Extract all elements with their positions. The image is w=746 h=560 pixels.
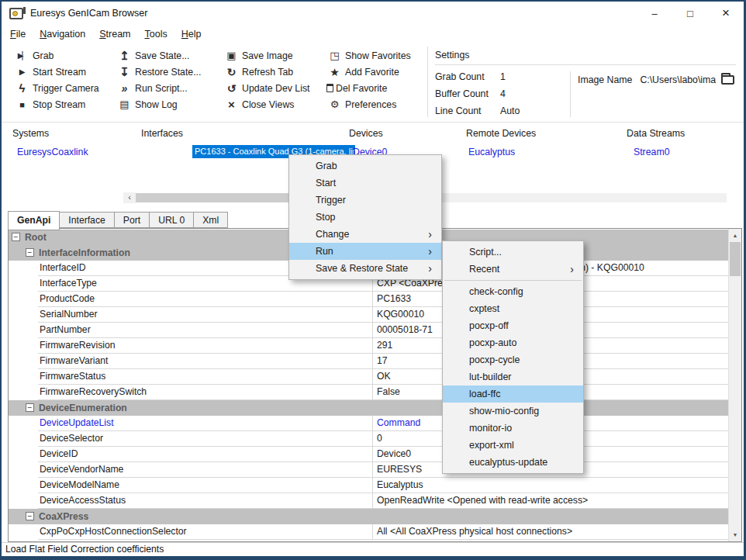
collapse-icon[interactable]: − — [12, 233, 20, 241]
run-submenu-script[interactable]: Script... — [443, 244, 583, 261]
run-submenu-eucalyptus-update[interactable]: eucalyptus-update — [443, 454, 583, 471]
run-submenu-cxptest[interactable]: cxptest — [443, 300, 583, 317]
toolbar-label-run-script: Run Script... — [135, 83, 188, 94]
run-submenu-load-ffc[interactable]: load-ffc — [443, 385, 583, 403]
maximize-button[interactable]: □ — [672, 2, 708, 25]
toolbar-trigger-camera[interactable]: ϟTrigger Camera — [14, 80, 99, 96]
toolbar-label-stop-stream: Stop Stream — [33, 99, 85, 110]
toolbar-stop-stream[interactable]: ■Stop Stream — [14, 96, 99, 112]
tab-url-0[interactable]: URL 0 — [149, 212, 194, 228]
download-icon: ↧ — [116, 65, 133, 79]
close-button[interactable]: × — [708, 2, 744, 25]
tree-row-deviceupdatelist[interactable]: DeviceUpdateListCommand — [9, 416, 728, 431]
group-label: DeviceEnumeration — [39, 400, 127, 416]
context-menu-start[interactable]: Start — [289, 175, 441, 192]
prop-label: DeviceAccessStatus — [40, 493, 126, 508]
minimize-button[interactable]: – — [637, 2, 672, 25]
panel-item-systems[interactable]: EuresysCoaxlink — [17, 147, 88, 157]
toolbar-del-favorite[interactable]: Del Favorite — [326, 80, 411, 96]
vertical-scrollbar[interactable]: ▲ ▼ — [728, 229, 741, 541]
menu-file[interactable]: File — [3, 26, 33, 42]
column-divider — [372, 431, 373, 446]
toolbar-run-script[interactable]: »Run Script... — [116, 80, 201, 96]
vscroll-thumb[interactable] — [730, 242, 741, 276]
toolbar-label-save-state: Save State... — [135, 50, 189, 61]
line-count-value[interactable]: Auto — [500, 105, 520, 123]
context-menu-run[interactable]: Run› — [289, 243, 441, 260]
toolbar-update-dev-list[interactable]: ↺Update Dev List — [223, 80, 310, 96]
run-submenu-monitor-io[interactable]: monitor-io — [443, 420, 583, 437]
prop-label: CxpPoCxpHostConnectionSelector — [40, 524, 187, 539]
context-menu-save-restore-state[interactable]: Save & Restore State› — [289, 260, 441, 277]
scroll-down-icon[interactable]: ▼ — [729, 528, 741, 541]
tree-row-productcode[interactable]: ProductCodePC1633 — [9, 292, 728, 307]
close-views-icon: × — [223, 98, 240, 111]
panel-item-data-streams[interactable]: Stream0 — [634, 147, 669, 157]
toolbar-show-favorites[interactable]: ◳Show Favorites — [326, 47, 411, 64]
tree-row-firmwarestatus[interactable]: FirmwareStatusOK — [9, 369, 728, 385]
run-submenu-recent[interactable]: Recent› — [443, 261, 583, 278]
collapse-icon[interactable]: − — [26, 512, 34, 520]
folder-icon[interactable] — [721, 75, 734, 85]
run-submenu-pocxp-off[interactable]: pocxp-off — [443, 317, 583, 334]
tree-row-firmwarerevision[interactable]: FirmwareRevision291 — [9, 338, 728, 354]
context-menu-trigger[interactable]: Trigger — [289, 192, 441, 209]
tab-interface[interactable]: Interface — [59, 212, 114, 228]
toolbar-start-stream[interactable]: ▶Start Stream — [14, 64, 99, 80]
tab-port[interactable]: Port — [114, 212, 150, 228]
tree-row-deviceaccessstatus[interactable]: DeviceAccessStatusOpenReadWrite <Opened … — [9, 493, 728, 509]
toolbar-save-state[interactable]: ↥Save State... — [116, 47, 201, 64]
image-name-value[interactable]: C:\Users\labo\ima — [640, 74, 716, 85]
context-menu-stop[interactable]: Stop — [289, 209, 441, 226]
run-submenu-pocxp-cycle[interactable]: pocxp-cycle — [443, 351, 583, 368]
menu-stream[interactable]: Stream — [92, 26, 137, 42]
tree-row-cxppocxphostconnectionselector[interactable]: CxpPoCxpHostConnectionSelectorAll <All C… — [9, 524, 728, 540]
column-divider — [372, 369, 373, 384]
toolbar-preferences[interactable]: ⚙Preferences — [326, 96, 411, 112]
menu-bar: FileNavigationStreamToolsHelp — [2, 25, 744, 43]
tree-row-firmwarerecoveryswitch[interactable]: FirmwareRecoverySwitchFalse — [9, 385, 728, 400]
tab-genapi[interactable]: GenApi — [8, 211, 60, 230]
tab-xml[interactable]: Xml — [193, 212, 228, 228]
run-submenu-check-config[interactable]: check-config — [443, 283, 583, 300]
toolbar-save-image[interactable]: ▣Save Image — [223, 47, 310, 64]
collapse-icon[interactable]: − — [26, 403, 34, 412]
toolbar-close-views[interactable]: ×Close Views — [223, 96, 310, 112]
context-menu-grab[interactable]: Grab — [289, 157, 441, 175]
toolbar-refresh-tab[interactable]: ↻Refresh Tab — [223, 64, 310, 80]
grab-count-value[interactable]: 1 — [500, 71, 506, 88]
hscroll-left-button[interactable]: ‹ — [123, 192, 136, 203]
tree-row-deviceid[interactable]: DeviceIDDevice0 — [9, 447, 728, 462]
panel-header-systems: Systems — [12, 128, 49, 139]
toolbar-label-restore-state: Restore State... — [135, 67, 201, 78]
panel-header-devices: Devices — [349, 128, 383, 139]
prop-value: 291 — [377, 338, 392, 353]
prop-label: DeviceVendorName — [40, 462, 123, 477]
buffer-count-value[interactable]: 4 — [500, 88, 506, 105]
tree-row-partnumber[interactable]: PartNumber00005018-71 — [9, 323, 728, 338]
context-menu-change[interactable]: Change› — [289, 226, 441, 243]
menu-navigation[interactable]: Navigation — [33, 26, 92, 42]
tree-group-coaxpress[interactable]: −CoaXPress — [9, 509, 728, 524]
tree-row-devicemodelname[interactable]: DeviceModelNameEucalyptus — [9, 478, 728, 493]
tree-row-deviceselector[interactable]: DeviceSelector0 — [9, 431, 728, 447]
run-submenu-pocxp-auto[interactable]: pocxp-auto — [443, 334, 583, 351]
run-submenu-show-mio-config[interactable]: show-mio-config — [443, 403, 583, 420]
panel-item-remote-devices[interactable]: Eucalyptus — [468, 147, 515, 157]
tree-row-devicevendorname[interactable]: DeviceVendorNameEURESYS — [9, 462, 728, 478]
run-submenu-export-xml[interactable]: export-xml — [443, 437, 583, 454]
scroll-up-icon[interactable]: ▲ — [729, 229, 741, 242]
toolbar-show-log[interactable]: ▤Show Log — [116, 96, 201, 112]
run-submenu-lut-builder[interactable]: lut-builder — [443, 368, 583, 385]
prop-value[interactable]: Command — [377, 416, 420, 430]
menu-tools[interactable]: Tools — [138, 26, 174, 42]
menu-help[interactable]: Help — [174, 26, 209, 42]
toolbar-restore-state[interactable]: ↧Restore State... — [116, 64, 201, 80]
tree-row-firmwarevariant[interactable]: FirmwareVariant17 — [9, 354, 728, 369]
toolbar-grab[interactable]: ▶▏Grab — [14, 47, 99, 64]
tree-group-deviceenumeration[interactable]: −DeviceEnumeration — [9, 400, 728, 416]
collapse-icon[interactable]: − — [26, 248, 34, 257]
prop-label: SerialNumber — [40, 307, 98, 322]
toolbar-add-favorite[interactable]: ★Add Favorite — [326, 64, 411, 80]
tree-row-serialnumber[interactable]: SerialNumberKQG00010 — [9, 307, 728, 323]
